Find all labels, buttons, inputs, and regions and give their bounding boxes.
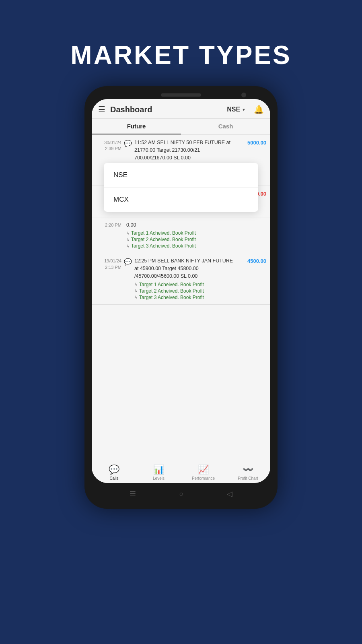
android-nav-bar: ☰ ○ ◁ [92,485,270,502]
chat-icon-3[interactable]: 💬 [124,258,132,266]
phone-camera [241,93,246,97]
page-title: MARKET TYPES [70,40,291,70]
trade-info-3: 12:25 PM SELL BANK NIFTY JAN FUTURE at 4… [134,257,238,300]
trade-card-3: 19/01/242:13 PM 💬 12:25 PM SELL BANK NIF… [92,253,270,304]
profit-chart-icon: 〰️ [243,464,253,475]
trade-pnl-3: 4500.00 [241,257,266,264]
trade-date-2b: 2:20 PM [96,221,121,228]
target-3-2: Target 2 Acheived. Book Profit [139,288,204,294]
target-line-3-1: ↳ Target 1 Acheived. Book Profit [134,282,238,287]
android-menu-icon[interactable]: ☰ [130,489,136,498]
hamburger-icon[interactable]: ☰ [98,105,105,114]
levels-icon: 📊 [153,464,164,475]
dropdown-option-nse[interactable]: NSE [104,163,258,188]
trade-pnl: 5000.00 [241,139,266,146]
profit-chart-label: Profit Chart [238,476,258,481]
android-back-icon[interactable]: ◁ [227,489,232,498]
nav-profit-chart[interactable]: 〰️ Profit Chart [226,464,270,481]
tab-bar: Future Cash [92,119,270,135]
trade-info-2b: 0.00 ↳ Target 1 Acheived. Book Profit ↳ … [126,221,266,249]
header-title: Dashboard [110,105,222,114]
phone-screen: ☰ Dashboard NSE ▼ 🔔 Future Cash 30/01/24… [92,99,270,483]
target-line-3-3: ↳ Target 3 Acheived. Book Profit [134,295,238,300]
trade-main-text-2b: 0.00 [126,221,266,229]
trade-main-text-3: 12:25 PM SELL BANK NIFTY JAN FUTURE at 4… [134,257,238,280]
calls-label: Calls [109,476,118,481]
trade-card-2b: 2:20 PM 0.00 ↳ Target 1 Acheived. Book P… [92,217,270,254]
target-line-3-2: ↳ Target 2 Acheived. Book Profit [134,288,238,294]
trade-date: 30/01/242:39 PM [96,139,121,152]
target-line-2b-3: ↳ Target 3 Acheived. Book Profit [126,243,266,249]
nav-performance[interactable]: 📈 Performance [181,464,226,481]
target-2b-3: Target 3 Acheived. Book Profit [131,243,196,249]
target-line-2b-2: ↳ Target 2 Acheived. Book Profit [126,237,266,242]
tab-cash[interactable]: Cash [181,119,270,134]
bottom-nav: 💬 Calls 📊 Levels 📈 Performance 〰️ Profit… [92,461,270,483]
market-dropdown[interactable]: NSE MCX [104,163,258,212]
nav-levels[interactable]: 📊 Levels [136,464,181,481]
chat-icon[interactable]: 💬 [124,140,132,147]
target-3-1: Target 1 Acheived. Book Profit [139,282,204,287]
bell-icon[interactable]: 🔔 [254,105,264,114]
trade-main-text: 11:52 AM SELL NIFTY 50 FEB FUTURE at 217… [134,139,238,161]
chevron-down-icon: ▼ [242,107,246,112]
phone-notch-bar [92,93,270,97]
levels-label: Levels [153,476,165,481]
app-header: ☰ Dashboard NSE ▼ 🔔 [92,99,270,119]
phone-notch [161,93,201,97]
trade-targets-3: ↳ Target 1 Acheived. Book Profit ↳ Targe… [134,282,238,300]
nav-calls[interactable]: 💬 Calls [92,464,136,481]
market-selector[interactable]: NSE ▼ [227,106,246,113]
target-2b-1: Target 1 Acheived. Book Profit [131,230,196,236]
target-2b-2: Target 2 Acheived. Book Profit [131,237,196,242]
trade-targets-2b: ↳ Target 1 Acheived. Book Profit ↳ Targe… [126,230,266,249]
market-label: NSE [227,106,240,113]
android-home-icon[interactable]: ○ [179,490,184,498]
tab-future[interactable]: Future [92,119,181,134]
phone-device: ☰ Dashboard NSE ▼ 🔔 Future Cash 30/01/24… [84,86,278,509]
target-line-2b-1: ↳ Target 1 Acheived. Book Profit [126,230,266,236]
dropdown-option-mcx[interactable]: MCX [104,188,258,212]
calls-icon: 💬 [109,464,119,475]
performance-icon: 📈 [198,464,209,475]
trade-date-3: 19/01/242:13 PM [96,257,121,270]
content-area: 30/01/242:39 PM 💬 11:52 AM SELL NIFTY 50… [92,135,270,461]
target-3-3: Target 3 Acheived. Book Profit [139,295,204,300]
performance-label: Performance [192,476,215,481]
